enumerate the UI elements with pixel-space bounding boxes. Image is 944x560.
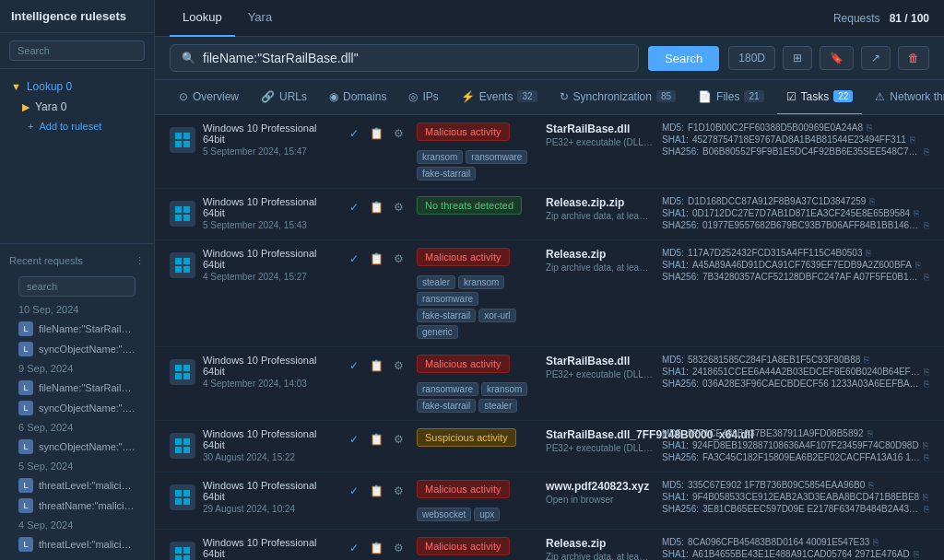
file-name[interactable]: Release.zip bbox=[546, 248, 653, 261]
tab-synchronization[interactable]: ↻ Synchronization 85 bbox=[550, 80, 686, 115]
check-button[interactable]: ✓ bbox=[345, 198, 363, 216]
row-actions: ✓ 📋 ⚙ bbox=[345, 248, 407, 268]
copy-sha1-icon[interactable]: ⎘ bbox=[924, 367, 929, 377]
recent-item[interactable]: L syncObjectName:".EXE... bbox=[9, 437, 145, 457]
copy-sha256-icon[interactable]: ⎘ bbox=[924, 146, 929, 157]
sidebar-item-lookup[interactable]: ▼ Lookup 0 bbox=[0, 76, 154, 97]
svg-rect-20 bbox=[175, 490, 182, 496]
tab-lookup[interactable]: Lookup bbox=[170, 0, 235, 37]
os-info: Windows 10 Professional 64bit 29 August … bbox=[170, 480, 336, 514]
tab-urls[interactable]: 🔗 URLs bbox=[252, 80, 316, 115]
check-button[interactable]: ✓ bbox=[345, 482, 363, 500]
copy-sha256-icon[interactable]: ⎘ bbox=[924, 452, 929, 462]
check-button[interactable]: ✓ bbox=[345, 356, 363, 375]
svg-rect-15 bbox=[183, 373, 190, 379]
check-button[interactable]: ✓ bbox=[345, 124, 363, 143]
file-name[interactable]: StarRailBase.dll bbox=[546, 355, 653, 368]
tab-yara[interactable]: Yara bbox=[235, 0, 286, 37]
svg-rect-18 bbox=[175, 447, 182, 453]
copy-sha1-icon[interactable]: ⎘ bbox=[914, 549, 919, 559]
copy-sha256-icon[interactable]: ⎘ bbox=[924, 379, 929, 389]
copy-sha256-icon[interactable]: ⎘ bbox=[924, 504, 929, 514]
recent-search-input[interactable] bbox=[18, 276, 136, 297]
process-button[interactable]: ⚙ bbox=[389, 482, 407, 500]
copy-sha1-icon[interactable]: ⎘ bbox=[910, 134, 915, 145]
search-input[interactable] bbox=[203, 51, 627, 65]
file-info: Release.zip.zip Zip archive data, at lea… bbox=[546, 196, 653, 225]
table-row: Windows 10 Professional 64bit 28 August … bbox=[155, 530, 944, 560]
tab-files[interactable]: 📄 Files 21 bbox=[689, 80, 773, 115]
copy-sha1-icon[interactable]: ⎘ bbox=[923, 492, 928, 502]
file-button[interactable]: 📋 bbox=[367, 198, 385, 216]
file-button[interactable]: 📋 bbox=[367, 539, 385, 557]
filter-icon[interactable]: ⋮ bbox=[135, 255, 145, 267]
copy-md5-icon[interactable]: ⎘ bbox=[867, 122, 872, 133]
recent-item[interactable]: L fileName:"StarRailBase... bbox=[9, 378, 145, 398]
file-name[interactable]: www.pdf240823.xyz bbox=[546, 480, 653, 493]
file-button[interactable]: 📋 bbox=[367, 482, 385, 500]
copy-md5-icon[interactable]: ⎘ bbox=[873, 537, 879, 547]
file-button[interactable]: 📋 bbox=[367, 430, 385, 449]
copy-md5-icon[interactable]: ⎘ bbox=[869, 196, 875, 206]
file-name[interactable]: StarRailBase.dll_7FF9148B0000_x64.dll bbox=[546, 428, 653, 441]
file-info: www.pdf240823.xyz Open in browser bbox=[546, 480, 653, 508]
tab-overview[interactable]: ⊙ Overview bbox=[170, 80, 248, 115]
os-name: Windows 10 Professional 64bit bbox=[203, 355, 336, 377]
share-button[interactable]: ↗ bbox=[861, 46, 891, 70]
check-button[interactable]: ✓ bbox=[345, 430, 363, 449]
hash-info: MD5:D1D168DCC87A912F8B9A37C1D3847259⎘ SH… bbox=[662, 196, 929, 232]
file-button[interactable]: 📋 bbox=[367, 356, 385, 375]
tab-domains[interactable]: ◉ Domains bbox=[320, 80, 395, 115]
tab-ips[interactable]: ◎ IPs bbox=[399, 80, 447, 115]
process-button[interactable]: ⚙ bbox=[389, 356, 407, 375]
file-desc: Zip archive data, at least v2.0 to extra… bbox=[546, 262, 653, 273]
recent-item[interactable]: L threatLevel:"malicious"... bbox=[9, 534, 145, 554]
copy-sha1-icon[interactable]: ⎘ bbox=[915, 260, 921, 270]
threat-badge: Malicious activity bbox=[417, 122, 510, 141]
check-button[interactable]: ✓ bbox=[345, 250, 363, 268]
recent-item[interactable]: L threatName:"malicious"... bbox=[9, 496, 145, 516]
copy-sha1-icon[interactable]: ⎘ bbox=[914, 208, 919, 218]
process-button[interactable]: ⚙ bbox=[389, 250, 407, 268]
copy-md5-icon[interactable]: ⎘ bbox=[868, 480, 874, 490]
recent-item[interactable]: L syncObjectName:".EXE... bbox=[9, 398, 145, 418]
bookmark-button[interactable]: 🔖 bbox=[820, 46, 854, 70]
process-button[interactable]: ⚙ bbox=[389, 430, 407, 449]
add-ruleset-btn[interactable]: + Add to ruleset bbox=[0, 117, 154, 135]
file-name[interactable]: StarRailBase.dll bbox=[546, 122, 653, 135]
copy-sha256-icon[interactable]: ⎘ bbox=[924, 272, 929, 282]
tab-tasks[interactable]: ☑ Tasks 22 bbox=[777, 80, 863, 115]
events-badge: 32 bbox=[517, 90, 537, 102]
sidebar-item-yara[interactable]: ▶ Yara 0 bbox=[0, 97, 154, 117]
delete-button[interactable]: 🗑 bbox=[898, 46, 929, 70]
copy-md5-icon[interactable]: ⎘ bbox=[867, 428, 873, 438]
file-name[interactable]: Release.zip bbox=[546, 537, 653, 550]
threat-badge: Suspicious activity bbox=[417, 428, 516, 447]
svg-rect-24 bbox=[175, 547, 182, 554]
check-button[interactable]: ✓ bbox=[345, 539, 363, 557]
copy-md5-icon[interactable]: ⎘ bbox=[864, 355, 869, 365]
tab-events[interactable]: ⚡ Events 32 bbox=[452, 80, 547, 115]
process-button[interactable]: ⚙ bbox=[389, 539, 407, 557]
file-name[interactable]: Release.zip.zip bbox=[546, 196, 653, 209]
file-button[interactable]: 📋 bbox=[367, 124, 385, 143]
tab-network-threats[interactable]: ⚠ Network threats 1 bbox=[866, 80, 944, 115]
recent-item[interactable]: L syncObjectName:".EXE... bbox=[9, 339, 145, 359]
file-button[interactable]: 📋 bbox=[367, 250, 385, 268]
search-button[interactable]: Search bbox=[648, 46, 719, 71]
svg-rect-0 bbox=[175, 133, 182, 139]
copy-sha1-icon[interactable]: ⎘ bbox=[923, 440, 928, 450]
file-desc: Open in browser bbox=[546, 495, 653, 505]
hash-info: MD5:335C67E902 1F7B736B09C5854EAA96B0⎘ S… bbox=[662, 480, 929, 516]
table-view-button[interactable]: ⊞ bbox=[783, 46, 812, 70]
svg-rect-25 bbox=[183, 547, 190, 554]
copy-sha256-icon[interactable]: ⎘ bbox=[924, 220, 929, 230]
calendar-button[interactable]: 180D bbox=[728, 46, 775, 70]
copy-md5-icon[interactable]: ⎘ bbox=[866, 248, 871, 258]
recent-item[interactable]: L fileName:"StarRailBase.... bbox=[9, 319, 145, 339]
process-button[interactable]: ⚙ bbox=[389, 124, 407, 143]
recent-item[interactable]: L threatLevel:"malicious"... bbox=[9, 475, 145, 496]
tag: ransomware bbox=[466, 150, 527, 164]
process-button[interactable]: ⚙ bbox=[389, 198, 407, 216]
sidebar-search-input[interactable] bbox=[9, 41, 145, 61]
